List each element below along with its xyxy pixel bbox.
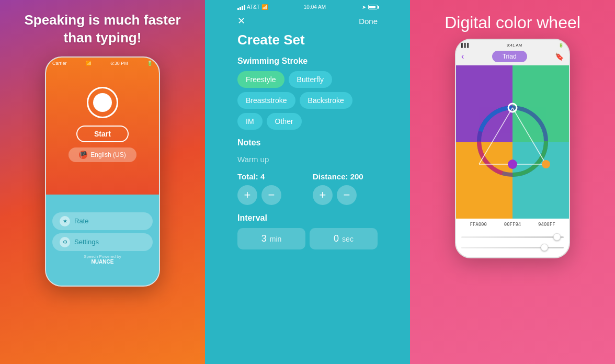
svg-line-4 [512, 108, 546, 164]
back-button[interactable]: ‹ [461, 52, 464, 61]
left-panel: Speaking is much faster than typing! Car… [0, 0, 205, 364]
swimming-stroke-label: Swimming Stroke [229, 56, 386, 71]
mid-carrier: AT&T [247, 4, 260, 10]
mid-header: ✕ Done [229, 12, 386, 32]
mid-status-left: AT&T 📶 [237, 4, 268, 10]
mid-status-right: ➤ [362, 4, 378, 10]
settings-label: Settings [74, 238, 99, 246]
bar1 [237, 8, 239, 10]
interval-sec-box[interactable]: 0 sec [310, 228, 378, 249]
notes-text[interactable]: Warm up [237, 155, 378, 164]
phone-left: Carrier 📶 6:38 PM 🔋 Start 🏴 English (US)… [45, 56, 160, 287]
slider-track-2 [461, 247, 564, 248]
rate-label: Rate [74, 217, 88, 225]
interval-section: Interval 3 min 0 sec [229, 213, 386, 249]
right-tagline: Digital color wheel [429, 13, 596, 32]
interval-min-unit: min [270, 235, 282, 243]
interval-label: Interval [237, 213, 378, 223]
mid-time: 10:04 AM [304, 4, 326, 10]
start-button[interactable]: Start [76, 126, 129, 142]
bar4 [244, 5, 245, 10]
record-inner [93, 93, 112, 112]
color-code-1: FFA000 [470, 222, 487, 227]
distance-label: Distance: 200 [313, 172, 363, 181]
distance-minus-button[interactable]: − [337, 185, 357, 205]
stroke-other[interactable]: Other [267, 113, 302, 130]
interval-min-box[interactable]: 3 min [237, 228, 305, 249]
record-circle[interactable] [87, 87, 118, 118]
slider-track-1 [461, 236, 564, 238]
bar2 [240, 7, 241, 10]
total-plus-button[interactable]: + [237, 185, 257, 205]
right-header: ‹ Triad 🔖 [456, 49, 569, 65]
middle-panel: AT&T 📶 10:04 AM ➤ ✕ Done Create Set Swim… [205, 0, 410, 364]
signal-bars [237, 5, 245, 10]
stroke-freestyle[interactable]: Freestyle [237, 71, 284, 88]
color-code-3: 9400FF [538, 222, 555, 227]
language-button[interactable]: 🏴 English (US) [69, 147, 136, 162]
wifi-icon: 📶 [261, 4, 268, 10]
flag-icon: 🏴 [79, 151, 87, 159]
distance-plus-button[interactable]: + [313, 185, 333, 205]
bookmark-icon[interactable]: 🔖 [555, 52, 564, 61]
create-set-title: Create Set [229, 32, 386, 56]
stroke-buttons: Freestyle Butterfly Breaststroke Backstr… [229, 71, 386, 138]
right-time: 9:41 AM [507, 43, 522, 48]
bar3 [242, 6, 243, 10]
interval-sec-unit: sec [342, 235, 354, 243]
notes-label: Notes [229, 138, 386, 153]
interval-min-value: 3 [261, 233, 267, 244]
counter-row: Total: 4 + − Distance: 200 + − [229, 172, 386, 213]
distance-controls: + − [313, 185, 363, 205]
phone-bottom-menu: ★ Rate ⚙ Settings Speech Powered by NUAN… [46, 208, 159, 286]
svg-line-6 [479, 108, 512, 164]
powered-by-label: Speech Powered by [52, 254, 153, 259]
left-status-bar: Carrier 📶 6:38 PM 🔋 [46, 58, 159, 66]
nuance-logo: NUANCE [52, 259, 153, 265]
language-label: English (US) [90, 151, 126, 158]
star-icon: ★ [60, 216, 70, 226]
right-panel: Digital color wheel ▌▌▌ 9:41 AM 🔋 ‹ Tria… [410, 0, 615, 364]
stroke-breaststroke[interactable]: Breaststroke [237, 92, 295, 109]
battery-icon [368, 5, 378, 9]
notes-section: Warm up [229, 155, 386, 172]
phone-middle: AT&T 📶 10:04 AM ➤ ✕ Done Create Set Swim… [229, 0, 386, 340]
color-sliders [456, 230, 569, 257]
left-tagline: Speaking is much faster than typing! [0, 12, 205, 47]
rate-menu-item[interactable]: ★ Rate [52, 212, 153, 230]
stroke-im[interactable]: IM [237, 113, 263, 130]
color-codes: FFA000 00FF94 9400FF [456, 219, 569, 230]
total-counter: Total: 4 + − [237, 172, 281, 205]
mid-status-bar: AT&T 📶 10:04 AM ➤ [229, 0, 386, 12]
total-minus-button[interactable]: − [261, 185, 281, 205]
color-wheel-svg [471, 99, 554, 185]
phone-right: ▌▌▌ 9:41 AM 🔋 ‹ Triad 🔖 [455, 39, 570, 258]
slider-row-1[interactable] [461, 233, 564, 241]
stroke-butterfly[interactable]: Butterfly [289, 71, 332, 88]
slider-row-2[interactable] [461, 244, 564, 251]
total-controls: + − [237, 185, 281, 205]
stroke-backstroke[interactable]: Backstroke [300, 92, 352, 109]
triad-pill[interactable]: Triad [492, 51, 527, 62]
svg-point-8 [542, 160, 550, 168]
total-label: Total: 4 [237, 172, 281, 181]
color-code-2: 00FF94 [504, 222, 521, 227]
gear-icon: ⚙ [60, 237, 70, 247]
left-time: 6:38 PM [110, 61, 128, 66]
slider-thumb-2[interactable] [541, 244, 548, 251]
distance-counter: Distance: 200 + − [313, 172, 363, 205]
right-signal: ▌▌▌ [461, 43, 470, 48]
close-button[interactable]: ✕ [237, 15, 245, 27]
right-battery: 🔋 [559, 43, 564, 48]
right-status-bar: ▌▌▌ 9:41 AM 🔋 [456, 40, 569, 49]
svg-point-9 [508, 160, 517, 169]
color-wheel-area [456, 65, 569, 219]
carrier-label: Carrier [52, 61, 67, 66]
record-area: Start 🏴 English (US) [69, 87, 136, 162]
interval-sec-value: 0 [334, 233, 339, 244]
done-button[interactable]: Done [359, 17, 378, 26]
slider-thumb-1[interactable] [553, 233, 561, 241]
arrow-icon: ➤ [362, 4, 366, 10]
settings-menu-item[interactable]: ⚙ Settings [52, 233, 153, 251]
interval-controls: 3 min 0 sec [237, 228, 378, 249]
